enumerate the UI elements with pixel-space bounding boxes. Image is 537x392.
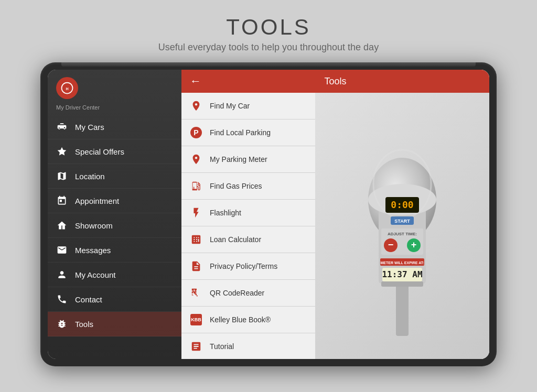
envelope-icon	[56, 244, 68, 256]
flashlight-icon	[189, 205, 203, 220]
tutorial-icon	[189, 339, 203, 354]
tool-item-my-parking-meter[interactable]: My Parking Meter	[181, 146, 315, 173]
logo-circle: H	[56, 77, 78, 99]
kbb-icon: KBB	[189, 312, 203, 327]
tool-label-qr-code: QR CodeReader	[210, 289, 264, 297]
svg-text:H: H	[66, 87, 68, 91]
tool-item-tutorial[interactable]: Tutorial	[181, 333, 315, 359]
tools-header-bar: ← Tools	[181, 70, 489, 93]
document-icon	[189, 259, 203, 274]
person-icon	[56, 269, 68, 280]
sidebar-driver-center-label: My Driver Center	[48, 103, 181, 115]
svg-text:ADJUST TIME:: ADJUST TIME:	[388, 232, 417, 236]
tool-item-kelley-blue-book[interactable]: KBB Kelley Blue Book®	[181, 307, 315, 333]
calendar-icon	[56, 195, 68, 206]
sidebar-label-appointment: Appointment	[75, 197, 119, 205]
qr-icon	[189, 286, 203, 300]
svg-rect-2	[396, 284, 409, 336]
tool-label-find-gas-prices: Find Gas Prices	[210, 182, 262, 190]
sidebar-item-messages[interactable]: Messages	[48, 238, 181, 263]
sidebar-label-showroom: Showroom	[75, 221, 113, 230]
sidebar: H My Driver Center My Cars	[48, 70, 181, 359]
svg-text:11:37 AM: 11:37 AM	[382, 269, 422, 279]
tool-label-privacy-policy: Privacy Policy/Terms	[210, 262, 277, 270]
car-location-icon	[189, 99, 203, 113]
parking-meter-svg: 0:00 START ADJUST TIME: − +	[350, 116, 455, 336]
tool-item-qr-code[interactable]: QR CodeReader	[181, 280, 315, 307]
sidebar-label-tools: Tools	[75, 320, 93, 329]
svg-text:METER WILL EXPIRE AT:: METER WILL EXPIRE AT:	[380, 261, 424, 265]
svg-text:START: START	[394, 219, 410, 224]
tablet-frame: H My Driver Center My Cars	[40, 62, 497, 366]
phone-icon	[56, 293, 68, 305]
tool-label-loan-calculator: Loan Calculator	[210, 235, 261, 244]
back-button[interactable]: ←	[190, 74, 201, 88]
sidebar-label-my-cars: My Cars	[75, 123, 104, 132]
meter-icon	[189, 152, 203, 167]
star-icon	[56, 146, 68, 157]
svg-rect-21	[381, 281, 423, 287]
sidebar-item-my-account[interactable]: My Account	[48, 263, 181, 287]
sidebar-item-appointment[interactable]: Appointment	[48, 189, 181, 213]
sidebar-logo-area: H	[48, 70, 181, 103]
tool-label-tutorial: Tutorial	[210, 342, 234, 351]
sidebar-label-contact: Contact	[75, 295, 102, 304]
building-icon	[56, 220, 68, 231]
tool-item-find-gas-prices[interactable]: Find Gas Prices	[181, 173, 315, 200]
tool-label-find-my-car: Find My Car	[210, 102, 250, 110]
sidebar-label-special-offers: Special Offers	[75, 147, 124, 156]
content-area: Find My Car P Find Local Parking	[181, 93, 489, 359]
sidebar-item-contact[interactable]: Contact	[48, 287, 181, 312]
page-header: TOOLS Useful everyday tools to help you …	[0, 0, 537, 62]
parking-icon: P	[189, 125, 203, 140]
calculator-icon	[189, 232, 203, 247]
svg-text:−: −	[388, 239, 394, 250]
main-content: ← Tools Find My Car	[181, 70, 489, 359]
tool-label-flashlight: Flashlight	[210, 209, 241, 217]
tool-item-find-my-car[interactable]: Find My Car	[181, 93, 315, 119]
car-icon	[56, 121, 68, 133]
svg-text:+: +	[411, 239, 417, 250]
tools-icon	[56, 318, 68, 330]
page-title: TOOLS	[10, 15, 527, 40]
svg-text:0:00: 0:00	[391, 199, 413, 210]
tools-header-title: Tools	[208, 76, 463, 87]
tool-label-my-parking-meter: My Parking Meter	[210, 155, 267, 164]
tool-label-find-local-parking: Find Local Parking	[210, 128, 271, 137]
tool-item-privacy-policy[interactable]: Privacy Policy/Terms	[181, 253, 315, 280]
parking-meter-area: 0:00 START ADJUST TIME: − +	[315, 93, 489, 359]
sidebar-label-my-account: My Account	[75, 270, 116, 279]
map-icon	[56, 170, 68, 182]
tool-item-loan-calculator[interactable]: Loan Calculator	[181, 226, 315, 253]
gas-icon	[189, 179, 203, 193]
sidebar-item-special-offers[interactable]: Special Offers	[48, 139, 181, 164]
tool-label-kelley-blue-book: Kelley Blue Book®	[210, 315, 271, 324]
sidebar-item-showroom[interactable]: Showroom	[48, 213, 181, 238]
tool-item-find-local-parking[interactable]: P Find Local Parking	[181, 119, 315, 146]
sidebar-label-location: Location	[75, 172, 105, 181]
tools-list: Find My Car P Find Local Parking	[181, 93, 315, 359]
sidebar-item-tools[interactable]: Tools	[48, 312, 181, 336]
sidebar-label-messages: Messages	[75, 246, 111, 255]
sidebar-item-location[interactable]: Location	[48, 164, 181, 189]
page-subtitle: Useful everyday tools to help you throug…	[10, 42, 527, 53]
sidebar-nav: My Cars Special Offers	[48, 115, 181, 359]
tool-item-flashlight[interactable]: Flashlight	[181, 200, 315, 226]
tablet-screen: H My Driver Center My Cars	[48, 70, 489, 359]
sidebar-item-my-cars[interactable]: My Cars	[48, 115, 181, 139]
